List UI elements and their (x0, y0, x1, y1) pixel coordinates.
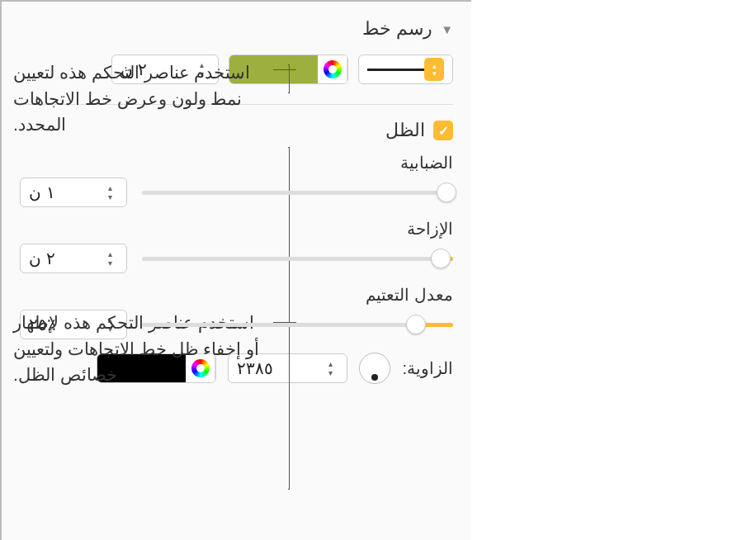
blur-value: ١ ن (29, 182, 102, 202)
callout-stroke: استخدم عناصر التحكم هذه لتعيين نمط ولون … (13, 59, 269, 138)
offset-value: ٢ ن (29, 249, 102, 268)
blur-stepper[interactable]: ▴▾ ١ ن (20, 178, 127, 207)
stepper-buttons[interactable]: ▴▾ (102, 250, 118, 267)
shadow-checkbox[interactable]: ✓ (433, 121, 453, 140)
line-style-select[interactable] (358, 54, 453, 84)
blur-label: الضبابية (20, 153, 453, 173)
stroke-section-title: رسم خط (362, 18, 432, 40)
callout-line (273, 69, 296, 70)
stroke-section-header[interactable]: ▼ رسم خط (20, 12, 453, 46)
color-wheel-icon (191, 359, 210, 377)
chevron-down-icon: ▼ (441, 22, 453, 36)
opacity-label: معدل التعتيم (20, 285, 453, 305)
opacity-slider[interactable] (142, 315, 453, 334)
angle-label: الزاوية: (402, 358, 453, 378)
angle-indicator (371, 374, 378, 381)
stepper-buttons[interactable]: ▴▾ (102, 184, 118, 201)
offset-slider[interactable] (142, 249, 453, 268)
stepper-buttons[interactable]: ▴▾ (322, 360, 338, 377)
line-sample-icon (367, 69, 424, 71)
angle-dial[interactable] (359, 353, 390, 384)
dropdown-icon (424, 58, 444, 81)
color-wheel-icon (324, 60, 342, 78)
offset-stepper[interactable]: ▴▾ ٢ ن (20, 244, 127, 273)
shadow-checkbox-label: الظل (385, 120, 425, 141)
color-picker-button[interactable] (318, 55, 347, 83)
offset-label: الإزاحة (20, 219, 453, 239)
blur-slider[interactable] (142, 182, 453, 202)
